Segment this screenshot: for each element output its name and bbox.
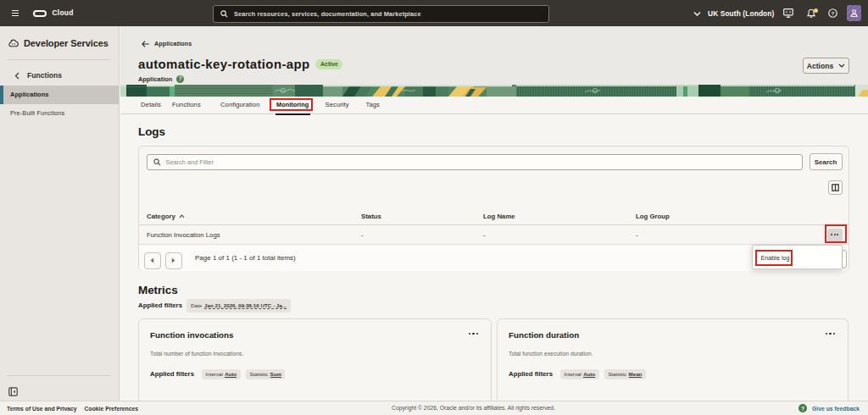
chip-label: Interval xyxy=(206,371,223,377)
cell-log-group: - xyxy=(636,225,638,245)
metric-card-title: Function invocations xyxy=(150,330,234,340)
tab-configuration[interactable]: Configuration xyxy=(220,97,259,114)
cell-status: - xyxy=(361,225,364,245)
logs-panel: Search and Filter Search Category Status… xyxy=(138,146,849,271)
column-header-log-name[interactable]: Log Name xyxy=(483,208,515,225)
sidebar-item-label: Applications xyxy=(10,91,49,98)
previous-page-button[interactable] xyxy=(144,252,161,269)
date-chip-label: Date xyxy=(191,302,202,308)
global-search-placeholder: Search resources, services, documentatio… xyxy=(234,10,421,18)
interval-chip[interactable]: IntervalAuto xyxy=(202,369,241,380)
logs-heading: Logs xyxy=(138,125,165,138)
pagination-bar: Page 1 of 1 (1 - 1 of 1 total items) xyxy=(139,245,849,272)
page-title: automatic-key-rotation-app xyxy=(138,57,309,71)
row-actions-button[interactable] xyxy=(827,229,843,242)
help-hint-icon[interactable]: ? xyxy=(176,75,184,83)
sidebar: Developer Services Functions Application… xyxy=(0,26,120,401)
tab-details[interactable]: Details xyxy=(141,97,161,114)
card-menu-button[interactable] xyxy=(469,333,478,335)
applied-filters-label: Applied filters xyxy=(150,370,194,378)
sidebar-item-label: Pre-Built Functions xyxy=(10,109,64,117)
metrics-heading: Metrics xyxy=(138,284,178,296)
columns-icon xyxy=(832,184,839,191)
date-filter-chip[interactable]: DateJan 21, 2026, 09:38:16 UTC - Ja... xyxy=(186,299,291,313)
tab-bar: Details Functions Configuration Monitori… xyxy=(120,97,868,114)
chip-value: Mean xyxy=(629,371,643,378)
avatar-icon xyxy=(847,5,861,21)
logs-search-button[interactable]: Search xyxy=(810,153,843,170)
logs-filter-placeholder: Search and Filter xyxy=(166,158,214,166)
announcements-button[interactable] xyxy=(803,0,820,26)
logs-filter-input[interactable]: Search and Filter xyxy=(147,154,803,171)
chevron-down-icon xyxy=(838,64,845,68)
sidebar-back-functions[interactable]: Functions xyxy=(0,69,119,82)
cloud-shell-button[interactable] xyxy=(780,0,797,26)
metric-card-description: Total number of function invocations. xyxy=(150,351,243,357)
applied-filters-label: Applied filters xyxy=(509,370,553,378)
search-icon xyxy=(220,10,228,18)
pagination-summary: Page 1 of 1 (1 - 1 of 1 total items) xyxy=(195,245,296,272)
tab-tags[interactable]: Tags xyxy=(366,97,380,114)
feedback-help-icon: ? xyxy=(798,404,807,412)
collapse-panel-icon xyxy=(8,387,18,396)
metrics-applied-filters: Applied filters DateJan 21, 2026, 09:38:… xyxy=(138,299,291,313)
chevron-down-icon xyxy=(693,11,701,16)
chip-value: Sum xyxy=(270,371,281,378)
menu-scrollbar[interactable] xyxy=(842,250,847,268)
tab-functions[interactable]: Functions xyxy=(172,97,201,114)
column-header-category[interactable]: Category xyxy=(147,208,185,225)
feedback-link[interactable]: Give us feedback xyxy=(812,406,860,412)
actions-button-label: Actions xyxy=(807,62,834,70)
next-page-button[interactable] xyxy=(165,252,182,269)
sidebar-item-pre-built-functions[interactable]: Pre-Built Functions xyxy=(0,104,119,123)
actions-button[interactable]: Actions xyxy=(803,58,849,74)
applied-filters-label: Applied filters xyxy=(138,302,182,309)
help-icon: ? xyxy=(828,8,837,18)
sidebar-back-label: Functions xyxy=(27,71,62,80)
cell-category: Function Invocation Logs xyxy=(147,225,220,245)
oracle-logo-icon[interactable] xyxy=(33,10,47,18)
statistic-chip[interactable]: StatisticSum xyxy=(246,369,286,380)
tab-security[interactable]: Security xyxy=(326,97,349,114)
page-header: Applications automatic-key-rotation-app … xyxy=(120,26,868,85)
svg-text:?: ? xyxy=(831,10,834,16)
triangle-right-icon xyxy=(171,257,175,263)
menu-item-enable-log[interactable]: Enable log xyxy=(761,254,790,262)
card-menu-button[interactable] xyxy=(826,333,835,335)
breadcrumb[interactable]: Applications xyxy=(142,40,192,47)
hamburger-menu-icon[interactable] xyxy=(12,10,19,16)
chip-value: Auto xyxy=(583,371,595,378)
oci-console: Cloud Search resources, services, docume… xyxy=(0,0,868,415)
statistic-chip[interactable]: StatisticMean xyxy=(604,369,646,380)
hero-banner-image xyxy=(120,85,868,97)
column-header-log-group[interactable]: Log Group xyxy=(636,208,670,225)
status-badge: Active xyxy=(315,59,342,69)
global-search-input[interactable]: Search resources, services, documentatio… xyxy=(213,5,549,23)
resource-type-row: Application ? xyxy=(138,75,184,83)
cookie-preferences-link[interactable]: Cookie Preferences xyxy=(85,406,138,412)
help-button[interactable]: ? xyxy=(824,0,841,26)
column-header-label: Category xyxy=(147,213,175,220)
terms-link[interactable]: Terms of Use and Privacy xyxy=(7,406,77,412)
logs-table-row[interactable]: Function Invocation Logs - - - xyxy=(139,225,849,245)
profile-avatar[interactable] xyxy=(847,5,861,21)
sidebar-title: Developer Services xyxy=(24,38,108,48)
tab-monitoring[interactable]: Monitoring xyxy=(276,97,309,114)
sidebar-item-applications[interactable]: Applications xyxy=(0,86,119,104)
triangle-left-icon xyxy=(150,257,154,263)
row-actions-menu: Enable log xyxy=(752,245,843,269)
interval-chip[interactable]: IntervalAuto xyxy=(560,369,599,380)
region-selector[interactable]: UK South (London) xyxy=(693,0,774,26)
column-header-status[interactable]: Status xyxy=(361,208,381,225)
manage-columns-button[interactable] xyxy=(828,180,843,195)
region-label: UK South (London) xyxy=(708,9,774,18)
collapse-sidebar-button[interactable] xyxy=(8,385,18,400)
metric-card-description: Total function execution duration. xyxy=(509,351,593,357)
chip-value: Auto xyxy=(225,371,236,378)
sidebar-header: Developer Services xyxy=(8,38,108,48)
sidebar-bottom-divider xyxy=(8,375,110,376)
footer: Terms of Use and Privacy Cookie Preferen… xyxy=(0,401,868,415)
topbar: Cloud Search resources, services, docume… xyxy=(0,0,868,26)
brand-name: Cloud xyxy=(53,0,74,26)
search-icon xyxy=(153,158,161,166)
